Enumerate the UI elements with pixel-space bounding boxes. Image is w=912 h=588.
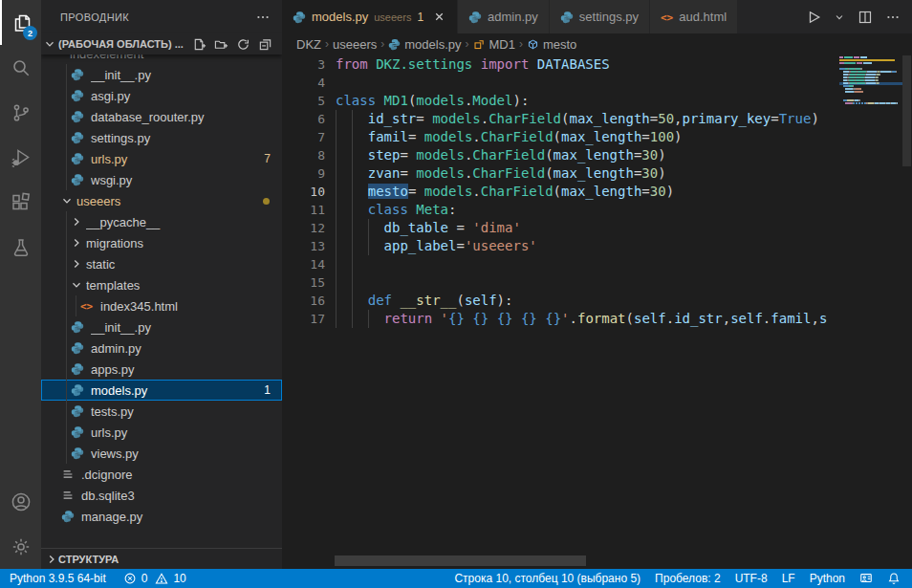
tree-item-__init__.py[interactable]: __init__.py xyxy=(41,64,282,85)
minimap-token xyxy=(878,76,879,78)
tree-item-urls.py[interactable]: urls.py xyxy=(41,422,282,443)
activity-bar-item-run-and-debug[interactable] xyxy=(0,135,41,180)
tree-item-tests.py[interactable]: tests.py xyxy=(41,401,282,422)
status-notifications[interactable] xyxy=(887,572,901,585)
tree-item-__init__.py[interactable]: __init__.py xyxy=(41,316,282,338)
status-eol[interactable]: LF xyxy=(782,572,795,585)
minimap-token xyxy=(839,56,843,58)
tree-item-db.sqlite3[interactable]: db.sqlite3 xyxy=(41,485,282,506)
activity-bar-item-account[interactable] xyxy=(0,479,41,524)
status-cursor-position[interactable]: Строка 10, столбец 10 (выбрано 5) xyxy=(454,572,641,585)
code-line-17[interactable]: 17 return '{} {} {} {} {}'.format(self.i… xyxy=(282,310,912,328)
code-line-9[interactable]: 9 zvan= models.CharField(max_length=30) xyxy=(282,164,912,183)
tree-item-static[interactable]: static xyxy=(41,253,282,274)
chevron-down-icon xyxy=(70,278,83,292)
tree-item-indexelement[interactable]: indexelement xyxy=(41,54,282,64)
code-token xyxy=(336,220,384,235)
tab-admin.py[interactable]: admin.py xyxy=(458,0,550,33)
code-line-6[interactable]: 6 id_str= models.CharField(max_length=50… xyxy=(282,110,912,128)
tab-models.py[interactable]: models.pyuseeers1 xyxy=(282,0,458,33)
breadcrumb-item-models.py[interactable]: models.py xyxy=(388,37,461,52)
breadcrumb-label: MD1 xyxy=(489,37,515,52)
tree-item-views.py[interactable]: views.py xyxy=(41,443,282,464)
tree-item-useeers[interactable]: useeers xyxy=(41,190,282,211)
code-line-10[interactable]: 10 mesto= models.CharField(max_length=30… xyxy=(282,183,912,201)
code-line-16[interactable]: 16 def __str__(self): xyxy=(282,292,912,310)
chevron-right-icon xyxy=(70,236,83,250)
code-line-3[interactable]: 3from DKZ.settings import DATABASES xyxy=(282,55,912,74)
tree-item-database_roouter.py[interactable]: database_roouter.py xyxy=(41,106,282,127)
tree-item-apps.py[interactable]: apps.py xyxy=(41,359,282,380)
source-control-icon xyxy=(10,101,33,124)
chevron-right-icon xyxy=(70,257,83,271)
code-line-13[interactable]: 13 app_label='useeers' xyxy=(282,237,912,255)
new-file-icon[interactable] xyxy=(192,37,206,52)
vertical-scrollbar[interactable] xyxy=(902,55,911,166)
tree-item-templates[interactable]: templates xyxy=(41,274,282,295)
status-problems[interactable]: 010 xyxy=(123,572,186,585)
refresh-icon[interactable] xyxy=(236,37,250,52)
code-line-7[interactable]: 7 famil= models.CharField(max_length=100… xyxy=(282,128,912,146)
tree-item-admin.py[interactable]: admin.py xyxy=(41,338,282,359)
breadcrumb-item-DKZ[interactable]: DKZ xyxy=(296,37,321,52)
code-line-11[interactable]: 11 class Meta: xyxy=(282,201,912,219)
horizontal-scrollbar[interactable] xyxy=(335,555,586,566)
code-line-text: class Meta: xyxy=(336,201,456,219)
line-number: 17 xyxy=(282,310,325,328)
minimap[interactable] xyxy=(839,56,902,112)
activity-bar-item-source-control[interactable] xyxy=(0,90,41,135)
breadcrumb-item-useeers[interactable]: useeers xyxy=(333,37,377,52)
new-folder-icon[interactable] xyxy=(214,37,228,52)
code-line-5[interactable]: 5class MD1(models.Model): xyxy=(282,92,912,110)
code-line-8[interactable]: 8 step= models.CharField(max_length=30) xyxy=(282,146,912,164)
sidebar-more-actions-button[interactable] xyxy=(255,10,271,25)
code-editor[interactable]: 3from DKZ.settings import DATABASES45cla… xyxy=(282,54,912,569)
split-editor-button[interactable] xyxy=(858,10,873,25)
code-token: ( xyxy=(554,129,561,144)
code-line-15[interactable]: 15 xyxy=(282,273,912,292)
close-icon[interactable] xyxy=(432,10,446,24)
status-indentation[interactable]: Пробелов: 2 xyxy=(655,572,721,585)
tree-item-.dcignore[interactable]: .dcignore xyxy=(41,464,282,485)
tree-item-manage.py[interactable]: manage.py xyxy=(41,506,282,527)
python-file-icon xyxy=(70,320,84,334)
breadcrumb-item-mesto[interactable]: mesto xyxy=(527,37,576,52)
tab-settings.py[interactable]: settings.py xyxy=(550,0,650,33)
collapse-all-icon[interactable] xyxy=(258,37,272,52)
tab-aud.html[interactable]: <>aud.html xyxy=(650,0,738,33)
activity-bar-item-extensions[interactable] xyxy=(0,180,41,225)
tree-item-migrations[interactable]: migrations xyxy=(41,232,282,253)
status-python-interpreter[interactable]: Python 3.9.5 64-bit xyxy=(10,572,106,585)
tree-item-label: __pycache__ xyxy=(86,215,282,229)
line-number: 3 xyxy=(282,55,325,74)
code-token: . xyxy=(481,111,489,126)
code-line-4[interactable]: 4 xyxy=(282,74,912,92)
status-feedback[interactable] xyxy=(859,572,873,585)
status-language-mode[interactable]: Python xyxy=(810,572,845,585)
activity-bar-item-search[interactable] xyxy=(0,45,41,90)
workspace-section-header[interactable]: (РАБОЧАЯ ОБЛАСТЬ) ... xyxy=(41,33,282,54)
more-actions-button[interactable] xyxy=(885,10,901,25)
breadcrumb-item-MD1[interactable]: MD1 xyxy=(473,37,515,52)
activity-bar-item-testing[interactable] xyxy=(0,225,41,270)
code-line-12[interactable]: 12 db_table = 'dima' xyxy=(282,219,912,237)
activity-bar-item-manage[interactable] xyxy=(0,524,41,569)
tree-item-urls.py[interactable]: urls.py7 xyxy=(41,148,282,169)
tree-item-index345.html[interactable]: <>index345.html xyxy=(41,295,282,316)
minimap-token xyxy=(856,102,858,104)
tree-item-wsgi.py[interactable]: wsgi.py xyxy=(41,169,282,190)
tree-item-asgi.py[interactable]: asgi.py xyxy=(41,85,282,106)
tree-item-__pycache__[interactable]: __pycache__ xyxy=(41,211,282,232)
status-encoding[interactable]: UTF-8 xyxy=(735,572,768,585)
tree-item-settings.py[interactable]: settings.py xyxy=(41,127,282,148)
modified-dot xyxy=(263,198,270,205)
code-token: id_str xyxy=(368,111,417,126)
tree-item-models.py[interactable]: models.py1 xyxy=(41,380,282,401)
run-python-file-button[interactable] xyxy=(806,10,821,25)
breadcrumb: DKZ›useeers›models.py›MD1›mesto xyxy=(282,33,912,54)
code-line-14[interactable]: 14 xyxy=(282,255,912,273)
activity-bar-item-explorer[interactable]: 2 xyxy=(0,0,41,45)
minimap-token xyxy=(897,102,898,104)
run-dropdown-button[interactable] xyxy=(834,11,845,23)
outline-section-header[interactable]: СТРУКТУРА xyxy=(41,548,282,569)
